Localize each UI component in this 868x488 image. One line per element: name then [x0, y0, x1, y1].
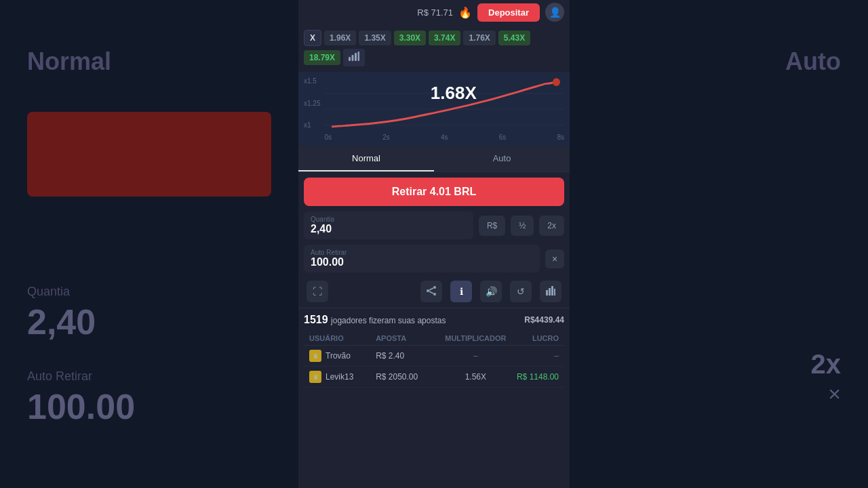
crown-icon: ♛: [309, 350, 321, 362]
sound-button[interactable]: 🔊: [480, 281, 502, 302]
x-label-8s: 8s: [557, 134, 564, 141]
svg-rect-14: [549, 288, 551, 296]
chart-icon-btn[interactable]: [343, 49, 365, 66]
th-multiplicador: MULTIPLICADOR: [442, 334, 509, 342]
auto-retirar-value[interactable]: 100.00: [311, 256, 533, 268]
bottom-toolbar: ⛶ ℹ 🔊: [298, 275, 570, 308]
svg-rect-16: [554, 289, 555, 296]
bg-left-label: Normal: [27, 47, 111, 76]
close-auto-button[interactable]: ×: [545, 249, 564, 268]
center-panel: R$ 71.71 🔥 Depositar 👤 X 1.96X 1.35X 3.3…: [298, 0, 570, 488]
td-name-trovao: Trovão: [326, 351, 351, 361]
bg-quantia-label: Quantia: [27, 285, 135, 299]
toolbar-left: ⛶: [307, 281, 328, 302]
background-left: Normal Quantia 2,40 Auto Retirar 100.00: [0, 0, 298, 488]
top-bar: R$ 71.71 🔥 Depositar 👤: [298, 0, 570, 24]
toolbar-center: ℹ 🔊 ↺: [420, 281, 561, 302]
td-usuario-trovao: ♛ Trovão: [309, 350, 376, 362]
deposit-button[interactable]: Depositar: [477, 3, 540, 22]
td-aposta-levik: R$ 2050.00: [376, 372, 442, 382]
amount-input-group: Quantia 2,40: [304, 211, 473, 239]
undo-button[interactable]: ↺: [510, 281, 532, 302]
retirar-button[interactable]: Retirar 4.01 BRL: [304, 178, 564, 206]
th-lucro: LUCRO: [509, 334, 559, 342]
players-count-label: jogadores fizeram suas apostas: [331, 316, 446, 325]
tab-normal[interactable]: Normal: [298, 146, 434, 171]
svg-rect-1: [352, 55, 354, 61]
share-button[interactable]: [420, 281, 442, 302]
td-aposta-trovao: R$ 2.40: [376, 351, 442, 361]
quantia-label: Quantia: [311, 216, 467, 223]
svg-line-11: [429, 288, 433, 290]
btn-2x[interactable]: 2x: [539, 216, 564, 236]
players-total: R$4439.44: [524, 315, 564, 325]
pill-374[interactable]: 3.74X: [429, 30, 460, 45]
svg-point-8: [427, 289, 429, 292]
x-label-0s: 0s: [324, 134, 332, 141]
players-section: 1519 jogadores fizeram suas apostas R$44…: [298, 308, 570, 393]
svg-point-7: [553, 78, 560, 86]
avatar-icon: 👤: [549, 7, 561, 18]
undo-icon: ↺: [517, 286, 525, 297]
td-lucro-trovao: –: [509, 351, 559, 361]
pill-1879[interactable]: 18.79X: [304, 50, 340, 65]
svg-rect-13: [546, 290, 548, 296]
pill-543[interactable]: 5.43X: [498, 30, 530, 45]
sound-icon: 🔊: [486, 286, 497, 297]
td-multi-levik: 1.56X: [442, 372, 509, 382]
td-usuario-levik: ♛ Levik13: [309, 371, 376, 383]
y-label-1: x1: [304, 121, 320, 129]
bg-auto-label: Auto Retirar: [27, 369, 135, 384]
chart-x-labels: 0s 2s 4s 6s 8s: [324, 134, 564, 141]
y-label-125: x1.25: [304, 100, 320, 107]
quantia-value[interactable]: 2,40: [311, 223, 467, 235]
expand-button[interactable]: ⛶: [307, 281, 328, 302]
pill-330[interactable]: 3.30X: [394, 30, 426, 45]
multiplier-display: 1.68X: [431, 83, 477, 104]
pill-196[interactable]: 1.96X: [324, 30, 356, 45]
pill-x[interactable]: X: [304, 30, 321, 46]
bet-controls: Quantia 2,40 R$ ½ 2x Auto Retirar 100.00…: [298, 211, 570, 272]
bg-right-2x: 2x: [811, 349, 842, 380]
tab-auto[interactable]: Auto: [434, 146, 570, 171]
pills-row: X 1.96X 1.35X 3.30X 3.74X 1.76X 5.43X 18…: [298, 24, 570, 72]
btn-rs[interactable]: R$: [479, 216, 505, 236]
table-header: USUÁRIO APOSTA MULTIPLICADOR LUCRO: [304, 331, 564, 346]
td-multi-trovao: –: [442, 351, 509, 361]
chart-area: x1.5 x1.25 x1 1.68X 0s 2s 4s 6s 8s: [298, 72, 570, 146]
stats-icon: [546, 286, 555, 298]
stats-button[interactable]: [540, 281, 561, 302]
x-label-6s: 6s: [499, 134, 507, 141]
auto-retirar-row: Auto Retirar 100.00 ×: [304, 245, 564, 272]
bg-auto-value: 100.00: [27, 386, 135, 427]
svg-rect-2: [355, 53, 357, 61]
pill-135[interactable]: 1.35X: [359, 30, 391, 45]
th-aposta: APOSTA: [376, 334, 442, 342]
info-icon: ℹ: [460, 286, 463, 297]
table-row: ♛ Trovão R$ 2.40 – –: [304, 346, 564, 367]
pill-176[interactable]: 1.76X: [463, 30, 495, 45]
players-count-text: 1519 jogadores fizeram suas apostas: [304, 314, 446, 326]
x-label-4s: 4s: [441, 134, 448, 141]
svg-rect-15: [551, 286, 553, 296]
bg-right-close: ×: [828, 382, 841, 407]
expand-icon: ⛶: [313, 286, 322, 297]
bg-left-lower: Quantia 2,40 Auto Retirar 100.00: [27, 279, 135, 427]
bg-right-label: Auto: [785, 47, 841, 76]
y-label-15: x1.5: [304, 77, 320, 85]
btn-half[interactable]: ½: [511, 216, 534, 236]
th-usuario: USUÁRIO: [309, 334, 376, 342]
svg-point-10: [433, 293, 436, 296]
crown-icon-levik: ♛: [309, 371, 321, 383]
svg-rect-0: [349, 57, 351, 61]
auto-retirar-label: Auto Retirar: [311, 249, 533, 256]
chart-inner: 1.68X 0s 2s 4s 6s 8s: [324, 77, 564, 141]
auto-retirar-group: Auto Retirar 100.00: [304, 245, 540, 272]
bg-quantia-value: 2,40: [27, 302, 135, 342]
info-button[interactable]: ℹ: [450, 281, 472, 302]
background-right: Auto 2x ×: [570, 0, 868, 488]
balance-text: R$ 71.71: [417, 7, 453, 18]
avatar-button[interactable]: 👤: [545, 3, 564, 22]
tabs-row: Normal Auto: [298, 146, 570, 172]
bet-row-amount: Quantia 2,40 R$ ½ 2x: [304, 211, 564, 239]
